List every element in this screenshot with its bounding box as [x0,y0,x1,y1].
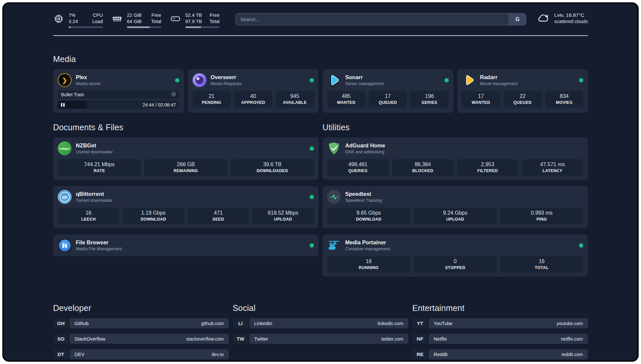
disk-stat-body: 52.4 TB 97.9 TB Free Total [185,12,220,28]
app-card-overseerr[interactable]: Overseerr Media Requests 21 PENDING 40 A… [188,69,319,113]
stat-value: 17 [370,93,406,99]
now-playing-title: Bullet Train [61,92,84,97]
app-card-plex[interactable]: Plex Media server Bullet Train [53,69,184,113]
disk-free-value: 52.4 TB [185,12,202,18]
app-card-portainer[interactable]: Media Portainer Container management 16 … [322,234,588,277]
link-row-youtube[interactable]: YT YouTube youtube.com [412,318,588,328]
now-playing-target-icon[interactable] [171,92,176,98]
cpu-icon [53,12,64,25]
link-url: youtube.com [557,321,583,326]
stat-value: 498,461 [328,162,387,167]
stat-value: 39.6 TB [232,162,313,167]
disk-total-value: 97.9 TB [185,18,202,25]
stat-label: RUNNING [328,265,409,270]
link-badge: YT [412,318,428,328]
link-row-twitter[interactable]: TW Twitter twitter.com [233,334,409,344]
stat-tile: 39.6 TB DOWNLOADED [231,159,314,176]
section-title-developer: Developer [53,303,229,313]
stat-tile: 86,384 BLOCKED [392,159,454,176]
app-card-speedtest[interactable]: Speedtest Speedtest Tracking 9.65 Gbps D… [322,186,588,228]
card-header: qBittorrent Torrent downloader [58,190,314,204]
stat-tile: 9.65 Gbps DOWNLOAD [327,208,410,224]
link-bar: Reddit reddit.com [429,349,588,359]
link-row-github[interactable]: GH Github github.com [53,318,229,328]
status-dot [310,146,314,151]
stat-tile: 21 PENDING [193,91,231,107]
memory-total-value: 64 GiB [127,18,144,25]
app-card-adguard[interactable]: AdGuard Home DNS and adblocking 498,461 … [322,137,588,180]
link-row-netflix[interactable]: NF Netflix netflix.com [412,334,588,344]
stat-label: STOPPED [415,265,495,270]
link-badge: NF [412,334,428,344]
stat-tiles: 17 WANTED 22 QUEUED 834 MOVIES [462,91,584,107]
stat-tile: 266 GB REMAINING [144,159,227,176]
stat-tiles: 21 PENDING 40 APPROVED 945 AVAILABLE [193,91,314,107]
stat-label: LEECH [59,217,118,222]
top-bar: 7% 3.24 CPU Load [53,12,588,28]
app-card-sonarr[interactable]: Sonarr Series management 485 WANTED 17 Q… [322,69,453,113]
link-row-reddit[interactable]: RE Reddit reddit.com [412,349,588,359]
weather-summary: Lviv, 16.87°C [554,12,588,18]
stat-label: REMAINING [145,168,226,173]
stat-value: 21 [194,93,229,99]
search-engine-button[interactable]: G [509,14,526,25]
weather-widget[interactable]: Lviv, 16.87°C scattered clouds [536,12,588,24]
stat-tiles: 16 LEECH 1.19 Gbps DOWNLOAD 471 SEED 618… [58,208,314,224]
stat-tile: 498,461 QUERIES [327,159,389,176]
adguard-icon [327,141,341,155]
memory-free-value: 22 GiB [127,12,144,18]
app-card-filebrowser[interactable]: File Browser Media File Management [53,234,319,256]
stat-value: 744.21 Mbps [59,162,139,167]
stat-tiles: 498,461 QUERIES 86,384 BLOCKED 2,953 FIL… [327,159,583,176]
link-bar: Twitter twitter.com [249,334,409,344]
stat-value: 0.993 ms [502,210,582,216]
status-dot [444,78,449,82]
app-card-nzbget[interactable]: NZBGet Usenet downloader 744.21 Mbps RAT… [53,137,319,180]
section-title-entertainment: Entertainment [412,303,588,313]
link-bar: LinkedIn linkedin.com [249,318,409,328]
section-title-documents: Documents & Files [53,123,319,132]
card-header: File Browser Media File Management [58,238,314,252]
memory-free-label: Free [150,12,161,18]
app-name: NZBGet [76,142,113,149]
search-input[interactable] [236,14,509,25]
app-subtitle: Torrent downloader [76,198,112,203]
stat-label: SERIES [412,100,447,105]
app-name: qBittorrent [76,191,112,197]
sonarr-icon [327,73,341,87]
stat-tile: 618.52 Mbps UPLOAD [252,208,314,224]
link-url: linkedin.com [378,321,404,326]
memory-progress-bar [127,26,161,28]
app-card-radarr[interactable]: Radarr Movie management 17 WANTED 22 QUE… [457,69,588,113]
link-row-dev[interactable]: DT DEV dev.to [53,349,229,359]
stat-tile: 196 SERIES [410,91,448,107]
stat-tiles: 16 RUNNING 0 STOPPED 16 TOTAL [327,256,583,273]
pause-icon[interactable] [61,103,65,106]
status-dot [310,195,314,199]
disk-total-label: Total [208,18,220,25]
app-name: AdGuard Home [345,142,385,149]
stat-value: 485 [328,93,364,99]
link-url: twitter.com [381,336,403,342]
stat-label: PENDING [194,100,229,105]
playback-progress-bar[interactable]: 24:44 / 02:06:47 [58,101,179,109]
utilities-column: Utilities AdGuard Home [322,123,588,283]
stat-value: 86,384 [393,162,452,167]
link-row-linkedin[interactable]: LI LinkedIn linkedin.com [233,318,409,328]
stat-tile: 485 WANTED [327,91,365,107]
app-card-qbittorrent[interactable]: qBittorrent Torrent downloader 16 LEECH … [53,186,319,228]
stat-tile: 471 SEED [188,208,249,224]
stat-label: RATE [59,168,139,173]
stat-value: 618.52 Mbps [254,210,313,216]
section-title-social: Social [233,303,409,313]
stat-tile: 17 QUEUED [369,91,407,107]
link-row-stackoverflow[interactable]: SO StackOverflow stackoverflow.com [53,334,229,344]
section-title-utilities: Utilities [322,123,588,132]
app-name: Overseerr [211,74,242,80]
stat-label: MOVIES [546,100,582,105]
card-header: Sonarr Series management [327,73,449,87]
plex-icon [58,73,72,87]
cpu-stat-rows: 7% 3.24 CPU Load [69,12,103,25]
app-subtitle: Series management [345,81,383,86]
stat-label: FILTERED [458,168,517,173]
